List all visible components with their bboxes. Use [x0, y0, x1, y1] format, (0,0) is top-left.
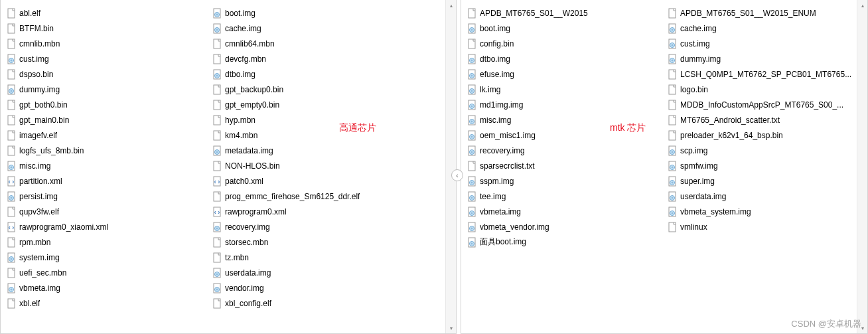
- file-item[interactable]: gpt_main0.bin: [3, 112, 209, 127]
- file-item[interactable]: vmlinux: [664, 219, 865, 234]
- disk-image-icon: [667, 39, 678, 49]
- file-item[interactable]: cache.img: [209, 21, 415, 36]
- file-item[interactable]: system.img: [3, 250, 209, 265]
- file-item[interactable]: sspm.img: [464, 173, 664, 189]
- file-item[interactable]: prog_emmc_firehose_Sm6125_ddr.elf: [209, 189, 415, 204]
- file-item[interactable]: lk.img: [464, 82, 664, 97]
- file-item[interactable]: LCSH_Q0MP1_MT6762_SP_PCB01_MT6765...: [664, 66, 865, 82]
- file-item[interactable]: config.bin: [464, 36, 664, 51]
- file-item[interactable]: vbmeta_vendor.img: [464, 219, 664, 234]
- file-item[interactable]: xbl.elf: [3, 295, 209, 311]
- scrollbar[interactable]: ▴ ▾: [445, 0, 456, 333]
- file-item[interactable]: recovery.img: [209, 219, 415, 234]
- file-item[interactable]: logo.bin: [664, 82, 865, 97]
- file-item[interactable]: cust.img: [664, 36, 865, 51]
- file-item[interactable]: dummy.img: [664, 51, 865, 66]
- file-item[interactable]: vendor.img: [209, 280, 415, 295]
- file-item[interactable]: boot.img: [209, 5, 415, 21]
- file-name-label: logfs_ufs_8mb.bin: [19, 146, 84, 155]
- file-icon: [6, 298, 17, 309]
- file-item[interactable]: sparsecrclist.txt: [464, 158, 664, 173]
- file-item[interactable]: dummy.img: [3, 82, 209, 97]
- file-item[interactable]: efuse.img: [464, 66, 664, 82]
- file-column-2: APDB_MT6765_S01__W2015_ENUMcache.imgcust…: [664, 5, 865, 250]
- scroll-up-icon[interactable]: ▴: [446, 0, 457, 11]
- file-item[interactable]: MT6765_Android_scatter.txt: [664, 112, 865, 127]
- file-item[interactable]: xbl_config.elf: [209, 295, 415, 311]
- file-name-label: gpt_main0.bin: [19, 116, 69, 125]
- file-item[interactable]: APDB_MT6765_S01__W2015_ENUM: [664, 5, 865, 21]
- file-name-label: storsec.mbn: [225, 238, 268, 247]
- file-item[interactable]: super.img: [664, 173, 865, 189]
- file-item[interactable]: APDB_MT6765_S01__W2015: [464, 5, 664, 21]
- file-item[interactable]: abl.elf: [3, 5, 209, 21]
- file-icon: [6, 23, 17, 34]
- file-column-2: boot.imgcache.imgcmnlib64.mbndevcfg.mbnd…: [209, 5, 415, 311]
- file-name-label: dspso.bin: [19, 70, 53, 79]
- file-item[interactable]: patch0.xml: [209, 173, 415, 189]
- file-item[interactable]: MDDB_InfoCustomAppSrcP_MT6765_S00_...: [664, 97, 865, 112]
- file-item[interactable]: cache.img: [664, 21, 865, 36]
- file-item[interactable]: vbmeta.img: [464, 204, 664, 219]
- disk-image-icon: [212, 145, 222, 156]
- file-name-label: gpt_backup0.bin: [225, 85, 283, 94]
- file-item[interactable]: qupv3fw.elf: [3, 204, 209, 219]
- file-item[interactable]: partition.xml: [3, 173, 209, 189]
- file-item[interactable]: vbmeta.img: [3, 280, 209, 295]
- file-item[interactable]: rawprogram0.xml: [209, 204, 415, 219]
- file-item[interactable]: persist.img: [3, 189, 209, 204]
- file-name-label: xbl.elf: [19, 299, 40, 308]
- file-name-label: devcfg.mbn: [225, 54, 266, 64]
- file-item[interactable]: tee.img: [464, 189, 664, 204]
- scroll-down-icon[interactable]: ▾: [446, 323, 457, 333]
- file-item[interactable]: misc.img: [3, 158, 209, 173]
- file-item[interactable]: BTFM.bin: [3, 21, 209, 36]
- scrollbar[interactable]: ▴ ▾: [857, 0, 867, 333]
- file-item[interactable]: km4.mbn: [209, 127, 415, 143]
- file-item[interactable]: boot.img: [464, 21, 664, 36]
- file-name-label: LCSH_Q0MP1_MT6762_SP_PCB01_MT6765...: [680, 70, 851, 79]
- file-item[interactable]: spmfw.img: [664, 158, 865, 173]
- file-item[interactable]: gpt_both0.bin: [3, 97, 209, 112]
- file-item[interactable]: hyp.mbn: [209, 112, 415, 127]
- file-icon: [467, 39, 477, 49]
- file-item[interactable]: logfs_ufs_8mb.bin: [3, 143, 209, 158]
- file-item[interactable]: rawprogram0_xiaomi.xml: [3, 219, 209, 234]
- file-item[interactable]: tz.mbn: [209, 250, 415, 265]
- file-item[interactable]: dspso.bin: [3, 66, 209, 82]
- file-item[interactable]: devcfg.mbn: [209, 51, 415, 66]
- file-item[interactable]: preloader_k62v1_64_bsp.bin: [664, 127, 865, 143]
- left-file-pane: abl.elfBTFM.bincmnlib.mbncust.imgdspso.b…: [0, 0, 457, 334]
- file-item[interactable]: scp.img: [664, 143, 865, 158]
- file-item[interactable]: rpm.mbn: [3, 234, 209, 250]
- file-item[interactable]: storsec.mbn: [209, 234, 415, 250]
- file-item[interactable]: dtbo.img: [209, 66, 415, 82]
- disk-image-icon: [212, 268, 222, 278]
- scroll-up-icon[interactable]: ▴: [857, 0, 868, 11]
- disk-image-icon: [467, 222, 477, 232]
- file-item[interactable]: md1img.img: [464, 97, 664, 112]
- file-item[interactable]: vbmeta_system.img: [664, 204, 865, 219]
- file-name-label: misc.img: [480, 116, 511, 125]
- file-item[interactable]: cmnlib.mbn: [3, 36, 209, 51]
- file-item[interactable]: userdata.img: [209, 265, 415, 280]
- file-item[interactable]: cust.img: [3, 51, 209, 66]
- file-icon: [6, 130, 17, 141]
- file-item[interactable]: 面具boot.img: [464, 234, 664, 250]
- file-name-label: vendor.img: [225, 284, 264, 293]
- file-item[interactable]: imagefv.elf: [3, 127, 209, 143]
- file-item[interactable]: dtbo.img: [464, 51, 664, 66]
- disk-image-icon: [467, 130, 477, 141]
- file-item[interactable]: gpt_empty0.bin: [209, 97, 415, 112]
- file-item[interactable]: gpt_backup0.bin: [209, 82, 415, 97]
- file-item[interactable]: NON-HLOS.bin: [209, 158, 415, 173]
- file-item[interactable]: uefi_sec.mbn: [3, 265, 209, 280]
- file-name-label: prog_emmc_firehose_Sm6125_ddr.elf: [225, 192, 360, 201]
- file-item[interactable]: recovery.img: [464, 143, 664, 158]
- pane-collapse-button[interactable]: ‹: [451, 169, 463, 181]
- file-item[interactable]: userdata.img: [664, 189, 865, 204]
- file-name-label: spmfw.img: [680, 161, 718, 171]
- file-item[interactable]: metadata.img: [209, 143, 415, 158]
- file-item[interactable]: cmnlib64.mbn: [209, 36, 415, 51]
- file-name-label: dtbo.img: [225, 70, 255, 79]
